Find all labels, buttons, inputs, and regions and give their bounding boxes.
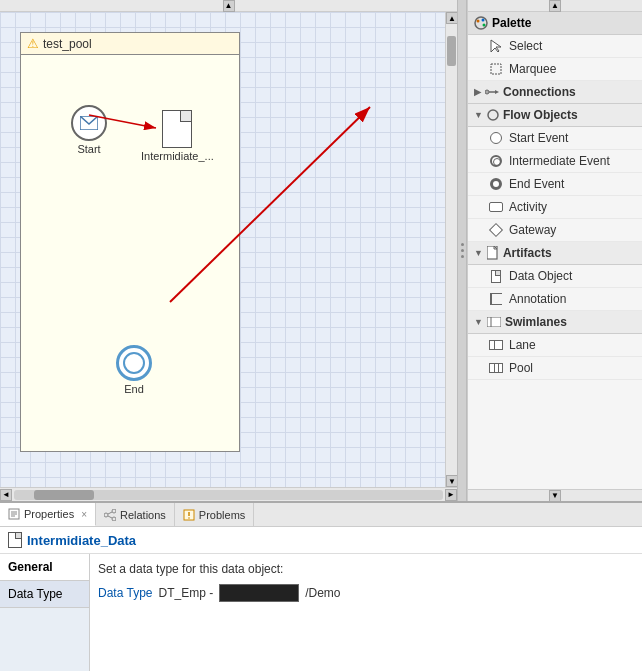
palette-section-connections[interactable]: ▶ Connections [468,81,642,104]
tab-relations[interactable]: Relations [96,503,175,526]
tab-relations-label: Relations [120,509,166,521]
flow-objects-label: Flow Objects [503,108,578,122]
properties-title-icon [8,532,22,548]
swimlanes-chevron: ▼ [474,317,483,327]
svg-point-14 [488,110,498,120]
bottom-panel: Properties × Relations Problems [0,501,642,671]
canvas[interactable]: ▲ ▼ ⚠ test_pool [0,12,457,487]
palette-scroll-down[interactable]: ▼ [549,490,561,502]
start-event-icon [488,130,504,146]
prop-data-type-link[interactable]: Data Type [98,586,152,600]
data-object-shape [162,110,192,148]
splitter-bar[interactable] [457,0,467,501]
data-object-label: Data Object [509,269,572,283]
palette-item-pool[interactable]: Pool [468,357,642,380]
select-icon [488,38,504,54]
scroll-bottom: ◄ ► [0,487,457,501]
hscroll-track[interactable] [14,490,443,500]
svg-point-5 [475,17,487,29]
tab-problems[interactable]: Problems [175,503,254,526]
svg-point-23 [104,513,108,517]
scroll-left-arrow[interactable]: ◄ [0,489,12,501]
svg-point-11 [485,90,489,94]
tab-properties-close[interactable]: × [81,509,87,520]
prop-left-col: General Data Type [0,554,90,671]
end-event-label: End [124,383,144,395]
artifacts-label: Artifacts [503,246,552,260]
start-event-label: Start Event [509,131,568,145]
properties-panel: Intermidiate_Data General Data Type Set … [0,527,642,671]
properties-title-bar: Intermidiate_Data [0,527,642,554]
hscroll-thumb[interactable] [34,490,94,500]
canvas-scroll-top: ▲ [0,0,457,12]
palette-item-end-event[interactable]: End Event [468,173,642,196]
svg-line-27 [108,516,112,518]
intermediate-event-icon [488,153,504,169]
svg-marker-9 [491,40,501,52]
palette-section-flow-objects[interactable]: ▼ Flow Objects [468,104,642,127]
tab-bar: Properties × Relations Problems [0,503,642,527]
intermediate-event-label: Intermediate Event [509,154,610,168]
palette-scroll-bottom: ▼ [468,489,642,501]
pool[interactable]: ⚠ test_pool Start [20,32,240,452]
palette-item-select[interactable]: Select [468,35,642,58]
svg-point-24 [112,509,116,513]
palette-scroll-top: ▲ [468,0,642,12]
palette-item-intermediate-event[interactable]: Intermediate Event [468,150,642,173]
start-event[interactable]: Start [71,105,107,155]
end-event[interactable]: End [116,345,152,395]
connections-label: Connections [503,85,576,99]
prop-right-col: Set a data type for this data object: Da… [90,554,642,671]
activity-icon [488,199,504,215]
tab-problems-label: Problems [199,509,245,521]
pool-label: Pool [509,361,533,375]
svg-point-6 [477,20,480,23]
scroll-bottom-arrow[interactable]: ▼ [446,475,457,487]
palette-title-text: Palette [492,16,531,30]
main-area: ▲ ▲ ▼ ⚠ test_pool [0,0,642,501]
palette-item-data-object[interactable]: Data Object [468,265,642,288]
prop-tab-data-type[interactable]: Data Type [0,581,89,608]
end-event-circle [116,345,152,381]
palette-item-activity[interactable]: Activity [468,196,642,219]
end-event-label: End Event [509,177,564,191]
bottom-content: Intermidiate_Data General Data Type Set … [0,527,642,671]
select-label: Select [509,39,542,53]
connections-chevron: ▶ [474,87,481,97]
palette-section-artifacts[interactable]: ▼ Artifacts [468,242,642,265]
vertical-scrollbar[interactable]: ▲ ▼ [445,12,457,487]
svg-point-25 [112,517,116,521]
scroll-right-arrow[interactable]: ► [445,489,457,501]
canvas-container: ▲ ▲ ▼ ⚠ test_pool [0,0,457,501]
palette-item-annotation[interactable]: Annotation [468,288,642,311]
start-event-circle [71,105,107,141]
vscroll-thumb[interactable] [447,36,456,66]
pool-palette-icon [488,360,504,376]
artifacts-icon [487,246,499,260]
end-event-icon [488,176,504,192]
annotation-label: Annotation [509,292,566,306]
palette-item-start-event[interactable]: Start Event [468,127,642,150]
palette-item-lane[interactable]: Lane [468,334,642,357]
marquee-icon [488,61,504,77]
pool-title: test_pool [43,37,92,51]
flow-objects-icon [487,109,499,121]
palette-title: Palette [468,12,642,35]
prop-tab-general[interactable]: General [0,554,89,581]
properties-title-text: Intermidiate_Data [27,533,136,548]
prop-data-type-suffix: /Demo [305,586,340,600]
palette-scroll-up[interactable]: ▲ [549,0,561,12]
svg-rect-10 [491,64,501,74]
palette: ▲ Palette Select [467,0,642,501]
lane-label: Lane [509,338,536,352]
palette-section-swimlanes[interactable]: ▼ Swimlanes [468,311,642,334]
artifacts-chevron: ▼ [474,248,483,258]
pool-body: Start Intermidiate_... End [21,55,239,449]
scroll-top-arrow[interactable]: ▲ [446,12,457,24]
palette-item-marquee[interactable]: Marquee [468,58,642,81]
scroll-up-arrow[interactable]: ▲ [223,0,235,12]
tab-properties[interactable]: Properties × [0,503,96,526]
properties-tab-icon [8,508,20,520]
palette-item-gateway[interactable]: Gateway [468,219,642,242]
intermediate-data-object[interactable]: Intermidiate_... [141,110,214,162]
